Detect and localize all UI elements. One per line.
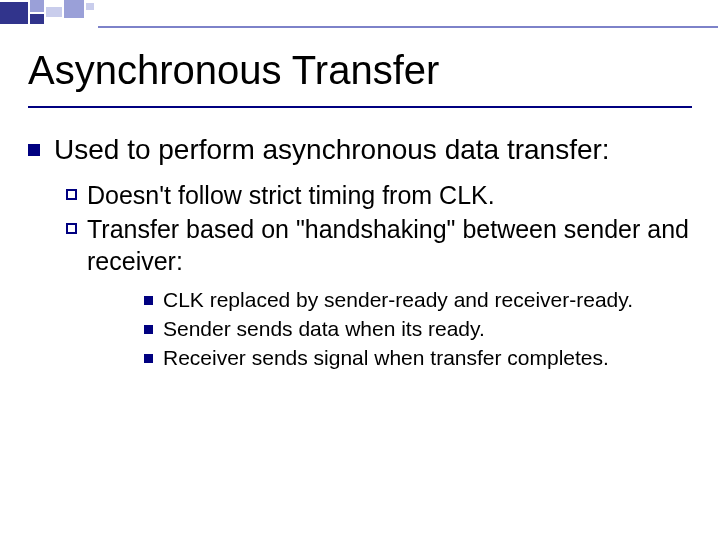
square-bullet-icon	[144, 325, 153, 334]
bullet-level3-group: CLK replaced by sender-ready and receive…	[144, 287, 692, 372]
bullet-level2: Transfer based on "handshaking" between …	[66, 213, 692, 277]
square-bullet-icon	[28, 144, 40, 156]
slide-title: Asynchronous Transfer	[28, 48, 439, 93]
bullet-text: Transfer based on "handshaking" between …	[87, 213, 692, 277]
bullet-text: Sender sends data when its ready.	[163, 316, 692, 343]
bullet-level3: Sender sends data when its ready.	[144, 316, 692, 343]
slide: Asynchronous Transfer Used to perform as…	[0, 0, 720, 540]
corner-decoration	[0, 0, 720, 26]
slide-body: Used to perform asynchronous data transf…	[28, 132, 692, 374]
bullet-level2-group: Doesn't follow strict timing from CLK. T…	[66, 179, 692, 372]
title-underline	[28, 106, 692, 108]
bullet-level1: Used to perform asynchronous data transf…	[28, 132, 692, 167]
bullet-text: Used to perform asynchronous data transf…	[54, 132, 692, 167]
square-bullet-icon	[144, 354, 153, 363]
bullet-level3: Receiver sends signal when transfer comp…	[144, 345, 692, 372]
bullet-text: Receiver sends signal when transfer comp…	[163, 345, 692, 372]
bullet-level2: Doesn't follow strict timing from CLK.	[66, 179, 692, 211]
hollow-square-bullet-icon	[66, 223, 77, 234]
bullet-text: Doesn't follow strict timing from CLK.	[87, 179, 692, 211]
bullet-text: CLK replaced by sender-ready and receive…	[163, 287, 692, 314]
bullet-level3: CLK replaced by sender-ready and receive…	[144, 287, 692, 314]
square-bullet-icon	[144, 296, 153, 305]
hollow-square-bullet-icon	[66, 189, 77, 200]
